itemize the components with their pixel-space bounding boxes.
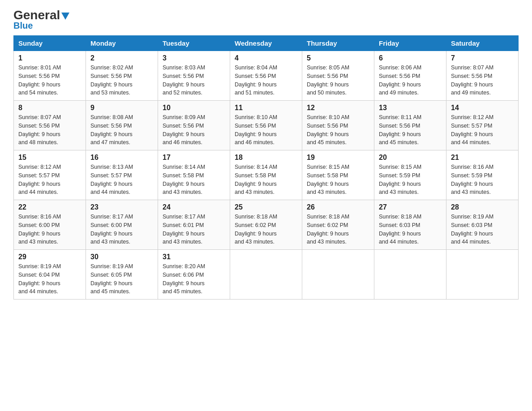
col-header-monday: Monday	[86, 36, 158, 51]
day-number: 30	[90, 253, 153, 261]
day-info: Sunrise: 8:06 AMSunset: 5:56 PMDaylight:…	[379, 64, 421, 96]
logo-text: General	[13, 9, 69, 21]
day-number: 2	[90, 54, 153, 62]
page-header: General Blue	[13, 9, 519, 31]
day-info: Sunrise: 8:19 AMSunset: 6:05 PMDaylight:…	[90, 263, 133, 295]
logo: General Blue	[13, 9, 69, 31]
day-info: Sunrise: 8:19 AMSunset: 6:04 PMDaylight:…	[18, 263, 61, 295]
calendar-week-3: 15 Sunrise: 8:12 AMSunset: 5:57 PMDaylig…	[14, 150, 519, 200]
calendar-cell	[446, 250, 519, 300]
day-info: Sunrise: 8:07 AMSunset: 5:56 PMDaylight:…	[451, 64, 493, 96]
day-number: 1	[18, 54, 81, 62]
calendar-cell: 14 Sunrise: 8:12 AMSunset: 5:57 PMDaylig…	[446, 101, 519, 150]
day-number: 17	[163, 154, 225, 162]
calendar-cell: 29 Sunrise: 8:19 AMSunset: 6:04 PMDaylig…	[14, 250, 86, 300]
col-header-friday: Friday	[374, 36, 446, 51]
day-info: Sunrise: 8:17 AMSunset: 6:00 PMDaylight:…	[90, 214, 133, 245]
calendar-cell: 12 Sunrise: 8:10 AMSunset: 5:56 PMDaylig…	[302, 101, 374, 150]
day-number: 14	[451, 104, 514, 112]
calendar-table: SundayMondayTuesdayWednesdayThursdayFrid…	[13, 35, 519, 300]
day-info: Sunrise: 8:12 AMSunset: 5:57 PMDaylight:…	[18, 164, 61, 195]
calendar-cell: 21 Sunrise: 8:16 AMSunset: 5:59 PMDaylig…	[446, 150, 519, 200]
calendar-week-2: 8 Sunrise: 8:07 AMSunset: 5:56 PMDayligh…	[14, 101, 519, 150]
day-info: Sunrise: 8:12 AMSunset: 5:57 PMDaylight:…	[451, 114, 493, 146]
calendar-cell: 30 Sunrise: 8:19 AMSunset: 6:05 PMDaylig…	[86, 250, 158, 300]
day-number: 12	[307, 104, 369, 112]
day-info: Sunrise: 8:08 AMSunset: 5:56 PMDaylight:…	[90, 114, 133, 146]
calendar-cell: 10 Sunrise: 8:09 AMSunset: 5:56 PMDaylig…	[158, 101, 230, 150]
day-number: 31	[163, 253, 225, 261]
calendar-week-4: 22 Sunrise: 8:16 AMSunset: 6:00 PMDaylig…	[14, 200, 519, 250]
day-number: 9	[90, 104, 153, 112]
col-header-saturday: Saturday	[446, 36, 519, 51]
day-number: 5	[307, 54, 369, 62]
calendar-cell: 9 Sunrise: 8:08 AMSunset: 5:56 PMDayligh…	[86, 101, 158, 150]
calendar-cell: 7 Sunrise: 8:07 AMSunset: 5:56 PMDayligh…	[446, 51, 519, 101]
calendar-cell	[374, 250, 446, 300]
calendar-cell: 13 Sunrise: 8:11 AMSunset: 5:56 PMDaylig…	[374, 101, 446, 150]
day-number: 16	[90, 154, 153, 162]
day-info: Sunrise: 8:01 AMSunset: 5:56 PMDaylight:…	[18, 64, 61, 96]
calendar-cell	[302, 250, 374, 300]
day-number: 23	[90, 203, 153, 211]
day-info: Sunrise: 8:20 AMSunset: 6:06 PMDaylight:…	[163, 263, 205, 295]
calendar-cell	[230, 250, 302, 300]
day-info: Sunrise: 8:03 AMSunset: 5:56 PMDaylight:…	[163, 64, 205, 96]
calendar-cell: 6 Sunrise: 8:06 AMSunset: 5:56 PMDayligh…	[374, 51, 446, 101]
day-number: 26	[307, 203, 369, 211]
day-number: 20	[379, 154, 442, 162]
day-info: Sunrise: 8:13 AMSunset: 5:57 PMDaylight:…	[90, 164, 133, 195]
calendar-week-5: 29 Sunrise: 8:19 AMSunset: 6:04 PMDaylig…	[14, 250, 519, 300]
day-number: 10	[163, 104, 225, 112]
day-info: Sunrise: 8:11 AMSunset: 5:56 PMDaylight:…	[379, 114, 421, 146]
calendar-cell: 24 Sunrise: 8:17 AMSunset: 6:01 PMDaylig…	[158, 200, 230, 250]
calendar-cell: 25 Sunrise: 8:18 AMSunset: 6:02 PMDaylig…	[230, 200, 302, 250]
calendar-cell: 27 Sunrise: 8:18 AMSunset: 6:03 PMDaylig…	[374, 200, 446, 250]
day-number: 11	[235, 104, 297, 112]
day-info: Sunrise: 8:09 AMSunset: 5:56 PMDaylight:…	[163, 114, 205, 146]
logo-blue: Blue	[13, 21, 33, 31]
calendar-cell: 3 Sunrise: 8:03 AMSunset: 5:56 PMDayligh…	[158, 51, 230, 101]
day-info: Sunrise: 8:17 AMSunset: 6:01 PMDaylight:…	[163, 214, 205, 245]
day-info: Sunrise: 8:16 AMSunset: 6:00 PMDaylight:…	[18, 214, 61, 245]
calendar-cell: 17 Sunrise: 8:14 AMSunset: 5:58 PMDaylig…	[158, 150, 230, 200]
calendar-body: 1 Sunrise: 8:01 AMSunset: 5:56 PMDayligh…	[14, 51, 519, 300]
day-number: 22	[18, 203, 81, 211]
day-number: 19	[307, 154, 369, 162]
day-number: 24	[163, 203, 225, 211]
day-info: Sunrise: 8:16 AMSunset: 5:59 PMDaylight:…	[451, 164, 493, 195]
day-info: Sunrise: 8:10 AMSunset: 5:56 PMDaylight:…	[235, 114, 277, 146]
day-number: 6	[379, 54, 442, 62]
day-number: 3	[163, 54, 225, 62]
day-number: 21	[451, 154, 514, 162]
calendar-cell: 8 Sunrise: 8:07 AMSunset: 5:56 PMDayligh…	[14, 101, 86, 150]
calendar-week-1: 1 Sunrise: 8:01 AMSunset: 5:56 PMDayligh…	[14, 51, 519, 101]
day-number: 18	[235, 154, 297, 162]
calendar-cell: 4 Sunrise: 8:04 AMSunset: 5:56 PMDayligh…	[230, 51, 302, 101]
day-number: 28	[451, 203, 514, 211]
calendar-cell: 1 Sunrise: 8:01 AMSunset: 5:56 PMDayligh…	[14, 51, 86, 101]
calendar-cell: 5 Sunrise: 8:05 AMSunset: 5:56 PMDayligh…	[302, 51, 374, 101]
day-number: 4	[235, 54, 297, 62]
day-number: 27	[379, 203, 442, 211]
calendar-cell: 2 Sunrise: 8:02 AMSunset: 5:56 PMDayligh…	[86, 51, 158, 101]
day-info: Sunrise: 8:07 AMSunset: 5:56 PMDaylight:…	[18, 114, 61, 146]
day-info: Sunrise: 8:15 AMSunset: 5:58 PMDaylight:…	[307, 164, 349, 195]
col-header-wednesday: Wednesday	[230, 36, 302, 51]
day-number: 13	[379, 104, 442, 112]
calendar-cell: 15 Sunrise: 8:12 AMSunset: 5:57 PMDaylig…	[14, 150, 86, 200]
day-info: Sunrise: 8:18 AMSunset: 6:03 PMDaylight:…	[379, 214, 421, 245]
calendar-cell: 20 Sunrise: 8:15 AMSunset: 5:59 PMDaylig…	[374, 150, 446, 200]
calendar-cell: 28 Sunrise: 8:19 AMSunset: 6:03 PMDaylig…	[446, 200, 519, 250]
day-info: Sunrise: 8:04 AMSunset: 5:56 PMDaylight:…	[235, 64, 277, 96]
calendar-cell: 22 Sunrise: 8:16 AMSunset: 6:00 PMDaylig…	[14, 200, 86, 250]
day-number: 7	[451, 54, 514, 62]
calendar-cell: 31 Sunrise: 8:20 AMSunset: 6:06 PMDaylig…	[158, 250, 230, 300]
day-number: 15	[18, 154, 81, 162]
day-number: 25	[235, 203, 297, 211]
col-header-tuesday: Tuesday	[158, 36, 230, 51]
day-info: Sunrise: 8:18 AMSunset: 6:02 PMDaylight:…	[235, 214, 277, 245]
day-info: Sunrise: 8:14 AMSunset: 5:58 PMDaylight:…	[163, 164, 205, 195]
day-info: Sunrise: 8:14 AMSunset: 5:58 PMDaylight:…	[235, 164, 277, 195]
calendar-cell: 11 Sunrise: 8:10 AMSunset: 5:56 PMDaylig…	[230, 101, 302, 150]
